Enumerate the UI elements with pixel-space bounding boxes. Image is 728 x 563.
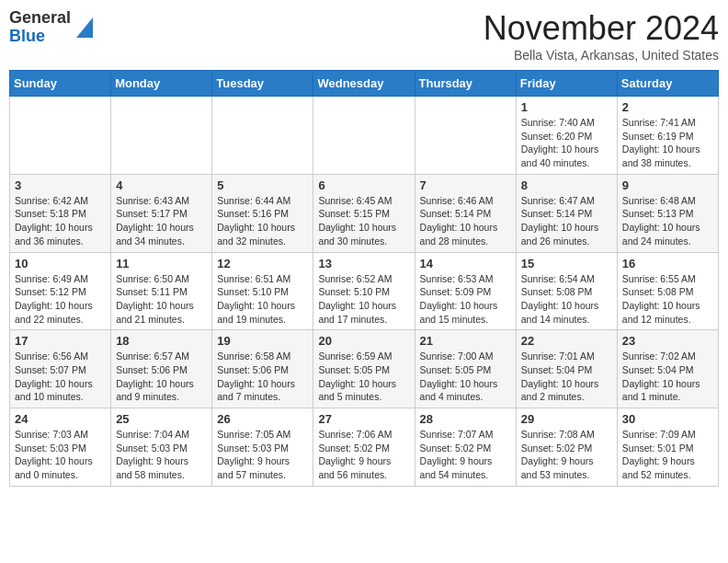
day-info: Sunrise: 7:08 AM Sunset: 5:02 PM Dayligh… [521,428,612,482]
day-info: Sunrise: 6:49 AM Sunset: 5:12 PM Dayligh… [15,272,106,327]
calendar-cell: 9Sunrise: 6:48 AM Sunset: 5:13 PM Daylig… [617,174,718,252]
calendar-cell: 22Sunrise: 7:01 AM Sunset: 5:04 PM Dayli… [516,330,617,408]
day-number: 12 [217,257,308,270]
day-info: Sunrise: 6:48 AM Sunset: 5:13 PM Dayligh… [622,194,713,248]
day-info: Sunrise: 7:03 AM Sunset: 5:03 PM Dayligh… [15,428,106,482]
day-number: 16 [622,257,713,270]
day-info: Sunrise: 6:56 AM Sunset: 5:07 PM Dayligh… [15,350,106,404]
day-number: 23 [622,334,713,348]
day-info: Sunrise: 6:51 AM Sunset: 5:10 PM Dayligh… [217,272,308,327]
day-number: 13 [318,257,409,270]
day-number: 15 [521,257,612,270]
calendar-cell: 13Sunrise: 6:52 AM Sunset: 5:10 PM Dayli… [313,252,415,330]
calendar-cell: 12Sunrise: 6:51 AM Sunset: 5:10 PM Dayli… [212,252,313,330]
day-info: Sunrise: 6:44 AM Sunset: 5:16 PM Dayligh… [217,194,308,248]
day-info: Sunrise: 7:40 AM Sunset: 6:20 PM Dayligh… [521,116,612,170]
day-number: 2 [622,100,713,114]
calendar-cell [415,97,516,175]
day-info: Sunrise: 7:04 AM Sunset: 5:03 PM Dayligh… [116,428,207,482]
day-number: 29 [521,412,612,426]
day-number: 4 [116,178,207,192]
day-info: Sunrise: 7:09 AM Sunset: 5:01 PM Dayligh… [622,428,713,482]
day-number: 25 [116,412,207,426]
day-info: Sunrise: 6:52 AM Sunset: 5:10 PM Dayligh… [318,272,409,327]
day-number: 20 [318,334,409,348]
day-header-thursday: Thursday [415,71,516,97]
calendar-cell: 24Sunrise: 7:03 AM Sunset: 5:03 PM Dayli… [10,408,111,487]
day-number: 17 [15,334,106,348]
day-number: 14 [420,257,511,270]
calendar-cell [111,97,212,175]
title-area: November 2024 Bella Vista, Arkansas, Uni… [483,9,719,63]
calendar-cell: 19Sunrise: 6:58 AM Sunset: 5:06 PM Dayli… [212,330,313,408]
calendar-cell: 10Sunrise: 6:49 AM Sunset: 5:12 PM Dayli… [10,252,111,330]
calendar-cell: 25Sunrise: 7:04 AM Sunset: 5:03 PM Dayli… [111,408,212,487]
calendar-header-row: SundayMondayTuesdayWednesdayThursdayFrid… [10,71,719,97]
calendar-cell: 27Sunrise: 7:06 AM Sunset: 5:02 PM Dayli… [313,408,415,487]
day-number: 3 [15,178,106,192]
calendar-cell: 2Sunrise: 7:41 AM Sunset: 6:19 PM Daylig… [617,97,718,175]
day-info: Sunrise: 7:07 AM Sunset: 5:02 PM Dayligh… [420,428,511,482]
day-info: Sunrise: 6:58 AM Sunset: 5:06 PM Dayligh… [217,350,308,404]
calendar-cell: 4Sunrise: 6:43 AM Sunset: 5:17 PM Daylig… [111,174,212,252]
day-info: Sunrise: 6:54 AM Sunset: 5:08 PM Dayligh… [521,272,612,327]
calendar-cell: 21Sunrise: 7:00 AM Sunset: 5:05 PM Dayli… [415,330,516,408]
calendar-cell: 20Sunrise: 6:59 AM Sunset: 5:05 PM Dayli… [313,330,415,408]
calendar-table: SundayMondayTuesdayWednesdayThursdayFrid… [9,70,719,487]
day-info: Sunrise: 6:42 AM Sunset: 5:18 PM Dayligh… [15,194,106,248]
day-number: 30 [622,412,713,426]
day-header-tuesday: Tuesday [212,71,313,97]
calendar-cell [212,97,313,175]
day-number: 21 [420,334,511,348]
location: Bella Vista, Arkansas, United States [483,48,719,63]
day-info: Sunrise: 7:01 AM Sunset: 5:04 PM Dayligh… [521,350,612,404]
calendar-cell: 8Sunrise: 6:47 AM Sunset: 5:14 PM Daylig… [516,174,617,252]
calendar-cell: 17Sunrise: 6:56 AM Sunset: 5:07 PM Dayli… [10,330,111,408]
calendar-cell: 15Sunrise: 6:54 AM Sunset: 5:08 PM Dayli… [516,252,617,330]
day-info: Sunrise: 6:43 AM Sunset: 5:17 PM Dayligh… [116,194,207,248]
day-info: Sunrise: 6:57 AM Sunset: 5:06 PM Dayligh… [116,350,207,404]
day-header-sunday: Sunday [10,71,111,97]
day-info: Sunrise: 6:50 AM Sunset: 5:11 PM Dayligh… [116,272,207,327]
calendar-week-4: 17Sunrise: 6:56 AM Sunset: 5:07 PM Dayli… [10,330,719,408]
day-number: 24 [15,412,106,426]
day-number: 11 [116,257,207,270]
day-info: Sunrise: 7:05 AM Sunset: 5:03 PM Dayligh… [217,428,308,482]
day-info: Sunrise: 6:46 AM Sunset: 5:14 PM Dayligh… [420,194,511,248]
calendar-cell: 5Sunrise: 6:44 AM Sunset: 5:16 PM Daylig… [212,174,313,252]
day-info: Sunrise: 7:02 AM Sunset: 5:04 PM Dayligh… [622,350,713,404]
calendar-week-2: 3Sunrise: 6:42 AM Sunset: 5:18 PM Daylig… [10,174,719,252]
day-number: 18 [116,334,207,348]
day-number: 5 [217,178,308,192]
calendar-week-3: 10Sunrise: 6:49 AM Sunset: 5:12 PM Dayli… [10,252,719,330]
day-info: Sunrise: 7:06 AM Sunset: 5:02 PM Dayligh… [318,428,409,482]
calendar-cell: 30Sunrise: 7:09 AM Sunset: 5:01 PM Dayli… [617,408,718,487]
day-number: 19 [217,334,308,348]
day-number: 1 [521,100,612,114]
calendar-cell: 1Sunrise: 7:40 AM Sunset: 6:20 PM Daylig… [516,97,617,175]
day-info: Sunrise: 7:00 AM Sunset: 5:05 PM Dayligh… [420,350,511,404]
day-info: Sunrise: 6:47 AM Sunset: 5:14 PM Dayligh… [521,194,612,248]
day-info: Sunrise: 6:55 AM Sunset: 5:08 PM Dayligh… [622,272,713,327]
calendar-cell: 28Sunrise: 7:07 AM Sunset: 5:02 PM Dayli… [415,408,516,487]
day-number: 9 [622,178,713,192]
day-number: 6 [318,178,409,192]
calendar-cell: 29Sunrise: 7:08 AM Sunset: 5:02 PM Dayli… [516,408,617,487]
calendar-cell: 6Sunrise: 6:45 AM Sunset: 5:15 PM Daylig… [313,174,415,252]
logo-icon [76,17,93,38]
day-header-monday: Monday [111,71,212,97]
calendar-cell [313,97,415,175]
calendar-cell: 23Sunrise: 7:02 AM Sunset: 5:04 PM Dayli… [617,330,718,408]
day-number: 27 [318,412,409,426]
calendar-cell: 7Sunrise: 6:46 AM Sunset: 5:14 PM Daylig… [415,174,516,252]
logo-text: General Blue [9,9,71,46]
svg-marker-0 [76,17,93,38]
day-number: 28 [420,412,511,426]
logo: General Blue [9,9,93,46]
logo-general: General [9,8,71,27]
calendar-cell: 3Sunrise: 6:42 AM Sunset: 5:18 PM Daylig… [10,174,111,252]
page-header: General Blue November 2024 Bella Vista, … [9,9,719,63]
day-number: 22 [521,334,612,348]
calendar-week-1: 1Sunrise: 7:40 AM Sunset: 6:20 PM Daylig… [10,97,719,175]
day-header-wednesday: Wednesday [313,71,415,97]
